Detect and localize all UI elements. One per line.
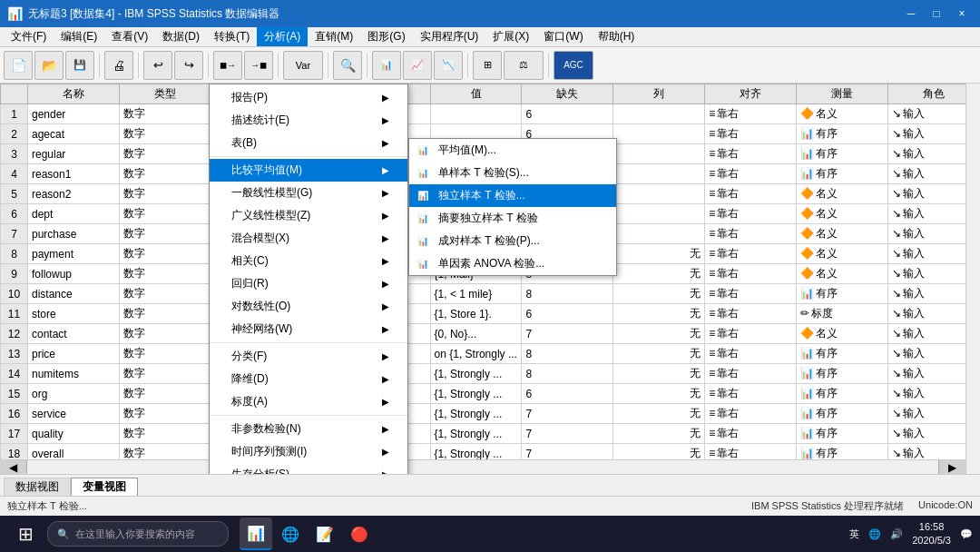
undo-button[interactable]: ↩ — [143, 51, 172, 80]
find-button[interactable]: 🔍 — [333, 51, 362, 80]
menu-extensions[interactable]: 扩展(X) — [485, 27, 536, 46]
goto-case-button[interactable]: →◼ — [244, 51, 273, 80]
cell-values[interactable] — [430, 104, 522, 124]
taskbar-search[interactable]: 🔍 在这里输入你要搜索的内容 — [47, 521, 229, 547]
cell-name[interactable]: store — [28, 304, 120, 324]
menu-glm[interactable]: 一般线性模型(G)▶ — [210, 182, 407, 204]
cell-name[interactable]: org — [28, 384, 120, 404]
cell-name[interactable]: gender — [28, 104, 120, 124]
menu-neural[interactable]: 神经网络(W)▶ — [210, 318, 407, 340]
submenu-onesample-t[interactable]: 📊 单样本 T 检验(S)... — [409, 162, 616, 184]
maximize-button[interactable]: □ — [926, 5, 947, 23]
submenu-summary-t[interactable]: 📊 摘要独立样本 T 检验 — [409, 207, 616, 230]
cell-name[interactable]: numitems — [28, 364, 120, 384]
vertical-scrollbar[interactable] — [965, 84, 980, 474]
menu-regression[interactable]: 回归(R)▶ — [210, 272, 407, 295]
taskbar-app-spss[interactable]: 📊 — [240, 518, 272, 550]
taskbar-app-edge[interactable]: 🌐 — [274, 518, 307, 550]
goto-var-button[interactable]: ◼→ — [213, 51, 242, 80]
chart1-button[interactable]: 📊 — [372, 51, 401, 80]
menu-mixed[interactable]: 混合模型(X)▶ — [210, 227, 407, 250]
menu-dimreduce[interactable]: 降维(D)▶ — [210, 368, 407, 390]
chart2-button[interactable]: 📈 — [403, 51, 432, 80]
cell-values[interactable]: {1, < 1 mile} — [430, 284, 522, 304]
menu-scale[interactable]: 标度(A)▶ — [210, 390, 407, 413]
cell-values[interactable]: {1, Strongly ... — [430, 424, 522, 444]
menu-gzlm[interactable]: 广义线性模型(Z)▶ — [210, 204, 407, 227]
menu-survival[interactable]: 生存分析(S)▶ — [210, 463, 407, 474]
taskbar-app-pdf[interactable]: 🔴 — [343, 518, 376, 550]
menu-timeseries[interactable]: 时间序列预测(I)▶ — [210, 440, 407, 463]
start-button[interactable]: ⊞ — [7, 519, 44, 548]
cell-name[interactable]: quality — [28, 424, 120, 444]
table-row[interactable]: 17quality数字4{1, Strongly ...7无≡靠右📊有序↘输入 — [1, 424, 980, 444]
menu-edit[interactable]: 编辑(E) — [54, 27, 104, 46]
cell-values[interactable]: {1, Strongly ... — [430, 364, 522, 384]
cell-values[interactable]: {1, Strongly ... — [430, 384, 522, 404]
cell-name[interactable]: agecat — [28, 124, 120, 144]
menu-compare-means[interactable]: 比较平均值(M)▶ — [210, 159, 407, 182]
cell-name[interactable]: regular — [28, 144, 120, 164]
redo-button[interactable]: ↪ — [174, 51, 203, 80]
menu-view[interactable]: 查看(V) — [104, 27, 155, 46]
chart3-button[interactable]: 📉 — [434, 51, 463, 80]
new-file-button[interactable]: 📄 — [4, 51, 33, 80]
menu-window[interactable]: 窗口(W) — [536, 27, 590, 46]
taskbar-app-word[interactable]: 📝 — [309, 518, 341, 550]
table-row[interactable]: 13price数字4on {1, Strongly ...8无≡靠右📊有序↘输入 — [1, 344, 980, 364]
cell-name[interactable]: dept — [28, 204, 120, 224]
table-row[interactable]: 10distance数字4{1, < 1 mile}8无≡靠右📊有序↘输入 — [1, 284, 980, 304]
spss-button[interactable]: AGC — [554, 51, 593, 80]
tab-variable-view[interactable]: 变量视图 — [71, 478, 138, 496]
menu-reports[interactable]: 报告(P)▶ — [210, 86, 407, 109]
cell-name[interactable]: reason1 — [28, 164, 120, 184]
submenu-paired-t[interactable]: 📊 成对样本 T 检验(P)... — [409, 230, 616, 252]
table-row[interactable]: 11store数字4{1, Store 1}.6无≡靠右✏标度↘输入 — [1, 304, 980, 324]
save-button[interactable]: 💾 — [65, 51, 94, 80]
minimize-button[interactable]: ─ — [900, 5, 922, 23]
menu-descriptive[interactable]: 描述统计(E)▶ — [210, 109, 407, 132]
cell-name[interactable]: distance — [28, 284, 120, 304]
cell-name[interactable]: payment — [28, 244, 120, 264]
menu-transform[interactable]: 转换(T) — [207, 27, 257, 46]
tab-data-view[interactable]: 数据视图 — [4, 478, 71, 496]
submenu-oneway-anova[interactable]: 📊 单因素 ANOVA 检验... — [409, 252, 616, 275]
print-button[interactable]: 🖨 — [104, 51, 133, 80]
split-button[interactable]: ⊞ — [473, 51, 502, 80]
cell-name[interactable]: service — [28, 404, 120, 424]
menu-graphs[interactable]: 图形(G) — [360, 27, 412, 46]
menu-loglinear[interactable]: 对数线性(O)▶ — [210, 295, 407, 318]
menu-classify[interactable]: 分类(F)▶ — [210, 345, 407, 368]
cell-values[interactable]: on {1, Strongly ... — [430, 344, 522, 364]
menu-correlate[interactable]: 相关(C)▶ — [210, 250, 407, 272]
submenu-means[interactable]: 📊 平均值(M)... — [409, 139, 616, 162]
cell-values[interactable]: {0, No}... — [430, 324, 522, 344]
weight-button[interactable]: ⚖ — [504, 51, 544, 80]
submenu-independent-t[interactable]: 📊 独立样本 T 检验... — [409, 184, 616, 207]
horizontal-scrollbar[interactable]: ◀ ▶ — [0, 459, 965, 474]
cell-values[interactable]: {1, Strongly ... — [430, 404, 522, 424]
menu-help[interactable]: 帮助(H) — [591, 27, 642, 46]
table-row[interactable]: 1gender数字46≡靠右🔶名义↘输入 — [1, 104, 980, 124]
table-row[interactable]: 14numitems数字4{1, Strongly ...8无≡靠右📊有序↘输入 — [1, 364, 980, 384]
menu-directmarketing[interactable]: 直销(M) — [308, 27, 360, 46]
menu-data[interactable]: 数据(D) — [155, 27, 207, 46]
cell-name[interactable]: price — [28, 344, 120, 364]
menu-file[interactable]: 文件(F) — [4, 27, 54, 46]
table-row[interactable]: 12contact数字4{0, No}...7无≡靠右🔶名义↘输入 — [1, 324, 980, 344]
cell-name[interactable]: contact — [28, 324, 120, 344]
open-button[interactable]: 📂 — [34, 51, 64, 80]
menu-analyze[interactable]: 分析(A) — [257, 27, 308, 46]
var-button[interactable]: Var — [283, 51, 323, 80]
menu-nonparam[interactable]: 非参数检验(N)▶ — [210, 418, 407, 440]
table-row[interactable]: 15org数字4{1, Strongly ...6无≡靠右📊有序↘输入 — [1, 384, 980, 404]
cell-values[interactable]: {1, Store 1}. — [430, 304, 522, 324]
table-row[interactable]: 16service数字4{1, Strongly ...7无≡靠右📊有序↘输入 — [1, 404, 980, 424]
taskbar-notification[interactable]: 💬 — [960, 528, 973, 540]
cell-name[interactable]: followup — [28, 264, 120, 284]
cell-name[interactable]: reason2 — [28, 184, 120, 204]
menu-tables[interactable]: 表(B)▶ — [210, 132, 407, 154]
close-button[interactable]: × — [951, 5, 973, 23]
menu-utilities[interactable]: 实用程序(U) — [413, 27, 486, 46]
cell-name[interactable]: purchase — [28, 224, 120, 244]
